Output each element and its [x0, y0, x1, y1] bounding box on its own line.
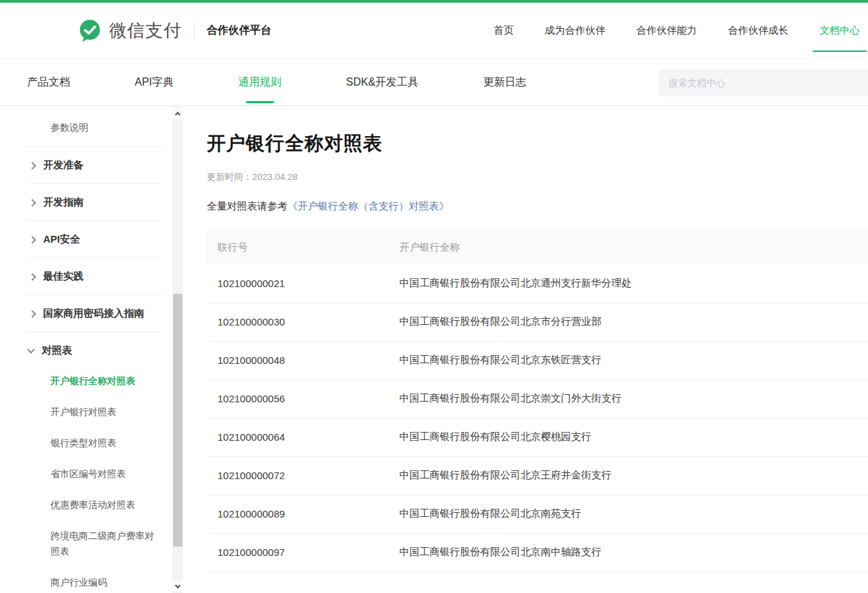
- table-row: 102100000030 中国工商银行股份有限公司北京市分行营业部: [207, 303, 868, 341]
- sidebar-item-province-city-code-table[interactable]: 省市区编号对照表: [0, 458, 187, 489]
- sidebar-item-bank-fullname-table[interactable]: 开户银行全称对照表: [0, 365, 187, 396]
- sidebar-item-bank-type-table[interactable]: 银行类型对照表: [0, 427, 187, 458]
- doc-nav-sdk-tools[interactable]: SDK&开发工具: [346, 67, 419, 98]
- sidebar-divider: [27, 220, 162, 221]
- intro-line: 全量对照表请参考《开户银行全称（含支行）对照表》: [207, 200, 868, 213]
- top-nav-become-partner[interactable]: 成为合作伙伴: [545, 18, 605, 44]
- bank-code-table: 联行号 开户银行全称 102100000021 中国工商银行股份有限公司北京通州…: [207, 230, 868, 572]
- sidebar-group-label: 开发准备: [43, 159, 84, 172]
- sidebar-item-merchant-industry-code[interactable]: 商户行业编码: [0, 567, 187, 593]
- bank-code-cell: 102100000072: [207, 456, 389, 495]
- logo-divider: [194, 22, 195, 40]
- bank-name-cell: 中国工商银行股份有限公司北京樱桃园支行: [389, 418, 868, 456]
- wechat-pay-logo[interactable]: 微信支付: [77, 19, 182, 42]
- top-nav-doc-center[interactable]: 文档中心: [820, 18, 860, 44]
- bank-name-cell: 中国工商银行股份有限公司北京南中轴路支行: [389, 533, 868, 571]
- chevron-right-icon: [28, 162, 36, 169]
- doc-nav-product-docs[interactable]: 产品文档: [27, 67, 70, 98]
- sidebar-group-comparison-tables[interactable]: 对照表: [0, 336, 187, 365]
- bank-name-cell: 中国工商银行股份有限公司北京通州支行新华分理处: [389, 264, 868, 303]
- bank-code-cell: 102100000056: [207, 379, 389, 418]
- sidebar-group-label: API安全: [43, 233, 80, 246]
- chevron-down-icon: [27, 346, 34, 353]
- header-bank-code: 联行号: [207, 230, 389, 264]
- sidebar: 参数说明 开发准备 开发指南 API安全 最佳实践 国家商用密码接入指南 对照表…: [0, 106, 187, 593]
- chevron-right-icon: [28, 236, 36, 243]
- intro-text: 全量对照表请参考: [207, 200, 288, 212]
- page-title: 开户银行全称对照表: [207, 131, 868, 156]
- sidebar-group-dev-preparation[interactable]: 开发准备: [0, 150, 187, 180]
- updated-date: 2023.04.28: [253, 172, 298, 182]
- scrollbar-down-icon[interactable]: [172, 581, 183, 592]
- table-row: 102100000021 中国工商银行股份有限公司北京通州支行新华分理处: [207, 264, 868, 303]
- table-row: 102100000072 中国工商银行股份有限公司北京王府井金街支行: [207, 456, 868, 495]
- chevron-right-icon: [28, 199, 36, 206]
- sidebar-group-national-crypto-guide[interactable]: 国家商用密码接入指南: [0, 299, 187, 328]
- doc-search-box: [658, 69, 868, 96]
- full-table-link[interactable]: 《开户银行全称（含支行）对照表》: [288, 200, 449, 212]
- sidebar-group-dev-guide[interactable]: 开发指南: [0, 187, 187, 217]
- chevron-right-icon: [28, 310, 36, 317]
- bank-name-cell: 中国工商银行股份有限公司北京王府井金街支行: [389, 456, 868, 495]
- top-nav-partner-capability[interactable]: 合作伙伴能力: [636, 18, 697, 44]
- sidebar-divider: [27, 146, 162, 147]
- sidebar-group-best-practice[interactable]: 最佳实践: [0, 261, 187, 291]
- sidebar-group-label: 最佳实践: [43, 270, 84, 283]
- bank-name-cell: 中国工商银行股份有限公司北京南苑支行: [389, 495, 868, 533]
- sidebar-group-api-security[interactable]: API安全: [0, 224, 187, 254]
- sidebar-divider: [27, 183, 162, 184]
- top-nav: 首页 成为合作伙伴 合作伙伴能力 合作伙伴成长 文档中心: [494, 18, 868, 44]
- sidebar-item-bank-table[interactable]: 开户银行对照表: [0, 396, 187, 427]
- doc-nav-changelog[interactable]: 更新日志: [483, 67, 526, 98]
- bank-name-cell: 中国工商银行股份有限公司北京东铁匠营支行: [389, 341, 868, 379]
- bank-code-cell: 102100000048: [207, 341, 389, 379]
- wechat-pay-logo-icon: [77, 19, 102, 42]
- doc-nav: 产品文档 API字典 通用规则 SDK&开发工具 更新日志: [0, 59, 868, 106]
- top-nav-partner-growth[interactable]: 合作伙伴成长: [728, 18, 789, 44]
- bank-code-cell: 102100000089: [207, 495, 389, 533]
- bank-code-cell: 102100000030: [207, 303, 389, 341]
- scrollbar-up-icon[interactable]: [172, 108, 183, 119]
- bank-code-cell: 102100000097: [207, 533, 389, 571]
- site-header: 微信支付 合作伙伴平台 首页 成为合作伙伴 合作伙伴能力 合作伙伴成长 文档中心: [0, 3, 868, 59]
- sidebar-group-label: 对照表: [42, 344, 72, 357]
- sidebar-item-crossborder-rate-table[interactable]: 跨境电商二级商户费率对照表: [0, 520, 187, 567]
- sidebar-group-label: 开发指南: [43, 196, 84, 209]
- sidebar-scrollbar[interactable]: [172, 106, 183, 593]
- bank-name-cell: 中国工商银行股份有限公司北京崇文门外大街支行: [389, 379, 868, 418]
- sidebar-item-discount-rate-table[interactable]: 优惠费率活动对照表: [0, 489, 187, 520]
- table-row: 102100000089 中国工商银行股份有限公司北京南苑支行: [207, 495, 868, 533]
- platform-title: 合作伙伴平台: [207, 24, 271, 38]
- main-content: 开户银行全称对照表 更新时间：2023.04.28 全量对照表请参考《开户银行全…: [207, 106, 868, 593]
- bank-code-cell: 102100000021: [207, 264, 389, 303]
- header-bank-fullname: 开户银行全称: [389, 230, 868, 264]
- table-row: 102100000056 中国工商银行股份有限公司北京崇文门外大街支行: [207, 379, 868, 418]
- sidebar-divider: [27, 294, 162, 295]
- sidebar-divider: [27, 257, 162, 258]
- bank-code-cell: 102100000064: [207, 418, 389, 456]
- sidebar-group-label: 国家商用密码接入指南: [43, 307, 144, 320]
- chevron-right-icon: [28, 273, 36, 280]
- table-row: 102100000064 中国工商银行股份有限公司北京樱桃园支行: [207, 418, 868, 456]
- table-row: 102100000097 中国工商银行股份有限公司北京南中轴路支行: [207, 533, 868, 571]
- top-nav-home[interactable]: 首页: [494, 18, 514, 44]
- bank-name-cell: 中国工商银行股份有限公司北京市分行营业部: [389, 303, 868, 341]
- updated-time: 更新时间：2023.04.28: [207, 171, 868, 183]
- search-input[interactable]: [658, 77, 868, 88]
- scrollbar-thumb[interactable]: [173, 294, 182, 547]
- sidebar-divider: [27, 332, 162, 332]
- table-row: 102100000048 中国工商银行股份有限公司北京东铁匠营支行: [207, 341, 868, 379]
- doc-nav-api-dictionary[interactable]: API字典: [135, 67, 174, 98]
- table-header-row: 联行号 开户银行全称: [207, 230, 868, 264]
- sidebar-item-parameter-description[interactable]: 参数说明: [0, 112, 187, 143]
- updated-label: 更新时间：: [207, 172, 253, 182]
- doc-nav-general-rules[interactable]: 通用规则: [238, 67, 281, 98]
- logo-wordmark: 微信支付: [109, 19, 182, 42]
